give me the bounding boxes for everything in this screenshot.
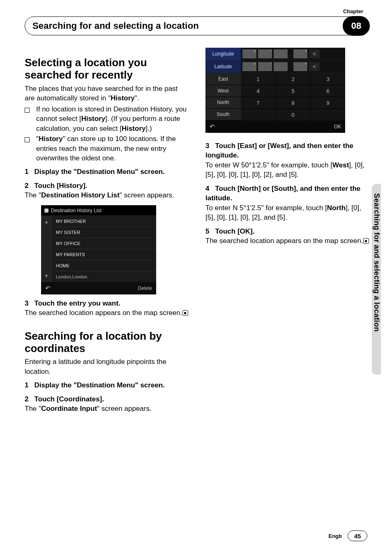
step-1: 1Display the "Destination Menu" screen. [25,167,189,176]
scroll-down-icon[interactable]: ▼ [44,273,49,279]
coord-field[interactable]: ° [242,62,256,71]
step-3: 3Touch the entry you want. [25,299,189,308]
section-heading-history: Selecting a location you searched for re… [25,57,189,81]
list-item[interactable]: MY BROTHER [52,215,156,227]
key-blank [311,109,345,120]
key-3[interactable]: 3 [311,73,345,85]
after-step-2: The "Destination History List" screen ap… [25,190,189,200]
page-title: Searching for and selecting a location [32,21,199,31]
coord-field[interactable]: ' [258,62,272,71]
west-button[interactable]: West [205,85,241,97]
north-button[interactable]: North [205,97,241,109]
scroll-up-icon[interactable]: ▲ [44,219,49,225]
list-item[interactable]: MY OFFICE [52,238,156,249]
page-footer: Engb 45 [329,531,368,541]
coord-field[interactable]: " [293,49,307,58]
page-number: 45 [348,531,367,541]
ok-button[interactable]: OK [334,124,341,130]
side-tab: Searching for and selecting a location [372,193,381,331]
key-4[interactable]: 4 [241,85,275,97]
key-5[interactable]: 5 [276,85,310,97]
pin-icon [44,208,48,213]
hist-title-bar: Destination History List [41,205,156,215]
list-item[interactable]: HOME [52,260,156,271]
longitude-label[interactable]: Longitude [205,48,241,60]
r-step-3: 3Touch [East] or [West], and then enter … [205,141,370,160]
title-bar: Searching for and selecting a location 0… [25,16,371,35]
latitude-row: Latitude ° ' . " < [205,60,345,73]
direction-keypad-row: East West North South 1 2 3 4 5 6 7 8 [205,73,345,120]
r-step-5: 5Touch [OK]. [205,227,370,236]
end-section-icon [182,310,188,316]
key-2[interactable]: 2 [276,73,310,85]
right-column: Longitude ° ' . " < Latitude ° ' [205,48,370,415]
hist-scrollbar[interactable]: ▲ ▼ [41,215,52,282]
step-2: 2Touch [History]. [25,181,189,190]
r-after-3: To enter W 50°1'2.5" for example, touch … [205,160,370,180]
direction-buttons: East West North South [205,73,241,120]
hist-footer: ↶ Delete [41,282,156,294]
bullet-text: "History" can store up to 100 locations.… [36,134,189,163]
coord-field[interactable]: ' [258,49,272,58]
screenshot-coordinate-input: Longitude ° ' . " < Latitude ° ' [205,48,345,133]
back-icon[interactable]: ↶ [45,285,51,292]
key-1[interactable]: 1 [241,73,275,85]
chapter-badge: 08 [343,16,370,36]
bullet-text: If no location is stored in Destination … [36,104,189,133]
title-pill: Searching for and selecting a location [25,16,357,35]
footer-lang: Engb [329,533,342,539]
key-8[interactable]: 8 [276,97,310,109]
delete-button[interactable]: Delete [138,285,152,291]
chapter-label: Chapter [343,8,363,14]
south-button[interactable]: South [205,109,241,120]
key-6[interactable]: 6 [311,85,345,97]
dot: . [289,62,292,71]
numeric-keypad: 1 2 3 4 5 6 7 8 9 0 [241,73,345,120]
screenshot-history-list: Destination History List ▲ ▼ MY BROTHER … [41,205,156,294]
section2-intro: Entering a latitude and longitude pinpoi… [25,357,189,376]
section-heading-coordinates: Searching for a location by coordinates [25,330,189,355]
page-header: Chapter Searching for and selecting a lo… [25,16,371,35]
s2-after-2: The "Coordinate Input" screen appears. [25,404,189,413]
coord-field[interactable] [274,62,288,71]
list-item[interactable]: MY SISTER [52,227,156,238]
backspace-icon[interactable]: < [309,49,320,58]
s2-step-2: 2Touch [Coordinates]. [25,394,189,404]
hist-list: MY BROTHER MY SISTER MY OFFICE MY PARENT… [52,215,156,282]
hist-title-text: Destination History List [51,208,101,213]
key-9[interactable]: 9 [311,97,345,109]
intro-text: The places that you have searched for in… [25,84,189,103]
longitude-row: Longitude ° ' . " < [205,48,345,60]
coord-field[interactable]: " [293,62,307,71]
end-section-icon [363,238,369,244]
bullet-1: If no location is stored in Destination … [25,104,189,133]
left-column: Selecting a location you searched for re… [25,48,189,415]
back-icon[interactable]: ↶ [210,123,215,130]
dot: . [289,49,292,58]
backspace-icon[interactable]: < [309,62,320,71]
r-step-4: 4Touch [North] or [South], and then ente… [205,184,370,203]
coord-field[interactable] [274,49,288,58]
coord-footer: ↶ OK [205,120,345,133]
key-blank [241,109,275,120]
coord-field[interactable]: ° [242,49,256,58]
key-0[interactable]: 0 [276,109,310,120]
bullet-icon [25,104,36,133]
after-step-3: The searched location appears on the map… [25,308,189,317]
r-after-4: To enter N 5°1'2.5" for example, touch [… [205,203,370,222]
bullet-icon [25,134,36,163]
bullet-2: "History" can store up to 100 locations.… [25,134,189,163]
east-button[interactable]: East [205,73,241,85]
list-item[interactable]: London,London [52,271,156,282]
key-7[interactable]: 7 [241,97,275,109]
s2-step-1: 1Display the "Destination Menu" screen. [25,380,189,390]
list-item[interactable]: MY PARENTS [52,249,156,260]
r-after-5: The searched location appears on the map… [205,236,370,246]
latitude-fields: ° ' . " < [241,60,345,73]
longitude-fields: ° ' . " < [241,48,345,60]
latitude-label[interactable]: Latitude [205,60,241,73]
